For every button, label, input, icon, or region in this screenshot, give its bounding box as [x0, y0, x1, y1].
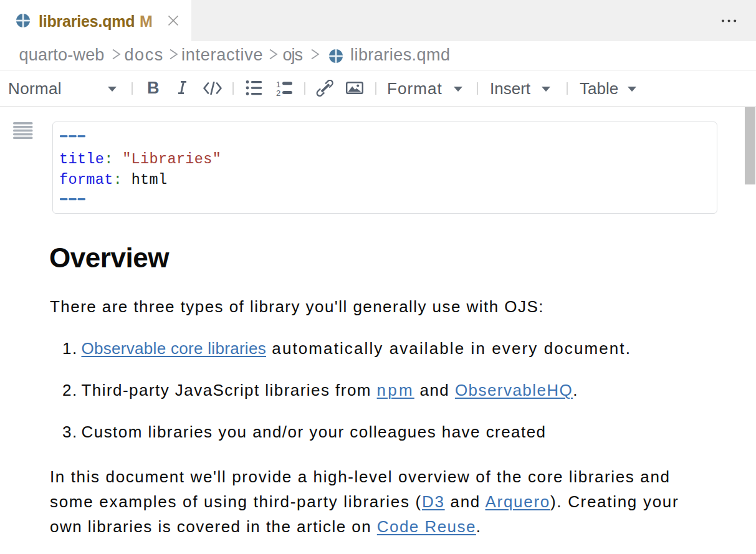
svg-text:1: 1: [276, 80, 280, 89]
svg-text:2: 2: [276, 88, 280, 97]
